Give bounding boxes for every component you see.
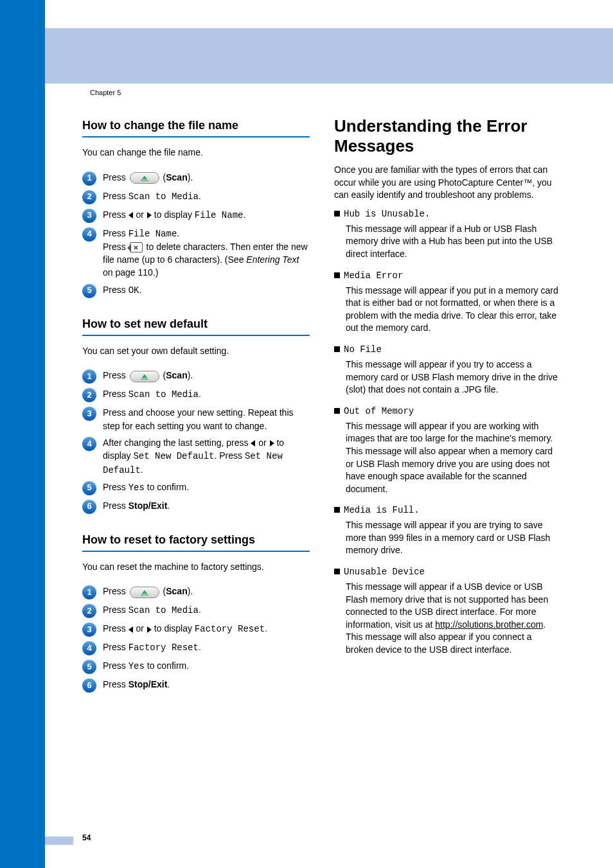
bullet-icon: [334, 408, 340, 414]
error-text: This message will appear if a Hub or USB…: [346, 223, 562, 261]
step: 4 Press File Name. Press to delete chara…: [82, 227, 310, 279]
scan-button-icon: [130, 172, 159, 184]
step-number-icon: 6: [82, 678, 96, 693]
step-text: .: [139, 285, 142, 295]
mono-text: Scan to Media: [129, 191, 199, 202]
step-number-icon: 1: [82, 585, 96, 599]
error-code: Out of Memory: [344, 406, 414, 416]
page-number: 54: [82, 833, 91, 842]
step-text: .: [199, 389, 201, 399]
step: 2 Press Scan to Media.: [82, 190, 310, 204]
step-text: .: [167, 500, 170, 511]
bold-text: Stop/Exit: [129, 679, 168, 689]
step-text: to display: [152, 623, 195, 633]
step-text: .: [199, 605, 201, 615]
step-number-icon: 6: [82, 500, 96, 514]
step-text: Press: [103, 586, 129, 596]
step-number-icon: 4: [82, 641, 96, 655]
step-text: After changing the last setting, press: [103, 438, 251, 448]
step-number-icon: 3: [82, 209, 96, 223]
bullet-icon: [334, 569, 340, 574]
step-text: Press: [103, 191, 129, 201]
error-text: This message will appear if you are work…: [346, 420, 562, 496]
step: 5 Press Yes to confirm.: [82, 659, 310, 674]
step-text: Press: [103, 482, 129, 492]
step-text: Press: [103, 172, 129, 182]
step-number-icon: 2: [82, 604, 96, 618]
step-text: . Press: [215, 450, 245, 461]
paren-close: ).: [188, 370, 193, 380]
page: Chapter 5 How to change the file name Yo…: [0, 0, 613, 868]
step-number-icon: 4: [82, 437, 96, 451]
step-text: Press: [103, 605, 129, 615]
right-arrow-icon: [147, 212, 152, 218]
bullet-icon: [334, 346, 340, 352]
bold-text: Stop/Exit: [129, 500, 168, 511]
step-text: or: [134, 209, 147, 220]
step-text: or: [256, 438, 269, 448]
step-text: Press: [103, 642, 129, 652]
step-number-icon: 5: [82, 660, 96, 674]
error-item: Media Error This message will appear if …: [334, 270, 562, 335]
step-text: to display: [152, 209, 195, 220]
error-item: Hub is Unusable. This message will appea…: [334, 208, 562, 261]
page-title: Understanding the Error Messages: [334, 116, 562, 156]
step-text: Press: [103, 370, 129, 380]
mono-text: Scan to Media: [129, 389, 199, 400]
step: 5 Press Yes to confirm.: [82, 481, 310, 495]
step-number-icon: 5: [82, 481, 96, 495]
italic-text: Entering Text: [246, 254, 299, 265]
mono-text: Factory Reset: [129, 642, 199, 653]
left-arrow-icon: [129, 212, 133, 218]
section-intro: You can set your own default setting.: [82, 345, 310, 358]
step: 5 Press OK.: [82, 283, 310, 298]
scan-button-icon: [130, 587, 159, 598]
step: 1 Press (Scan).: [82, 171, 310, 186]
step-number-icon: 5: [82, 284, 96, 298]
mono-text: File Name: [129, 229, 177, 239]
section-title: How to reset to factory settings: [82, 533, 310, 552]
bullet-icon: [334, 272, 340, 278]
left-column: How to change the file name You can chan…: [82, 100, 310, 696]
step: 6 Press Stop/Exit.: [82, 678, 310, 693]
step-text: .: [199, 642, 201, 652]
step-text: Press: [103, 389, 129, 399]
paren-close: ).: [188, 172, 193, 182]
right-arrow-icon: [270, 440, 274, 447]
step-text: Press: [103, 500, 129, 511]
step-text: to confirm.: [145, 482, 189, 492]
step-text: .: [243, 209, 245, 220]
step-text: on page 110.): [103, 267, 158, 278]
step-text: to confirm.: [145, 660, 189, 671]
step-text: .: [265, 623, 267, 633]
error-item: Out of Memory This message will appear i…: [334, 405, 562, 496]
error-text: This message will appear if you are tryi…: [346, 519, 562, 557]
error-code: No File: [344, 344, 382, 355]
step: 3 Press or to display Factory Reset.: [82, 622, 310, 637]
step-number-icon: 3: [82, 407, 96, 421]
error-link[interactable]: http://solutions.brother.com: [435, 619, 543, 630]
scan-label: Scan: [166, 172, 187, 182]
right-arrow-icon: [147, 626, 152, 633]
step-text: Press: [103, 679, 129, 689]
error-code: Unusable Device: [344, 567, 425, 577]
step-text: Press: [103, 242, 129, 252]
paren-close: ).: [188, 586, 193, 596]
mono-text: File Name: [195, 210, 244, 220]
step: 3 Press and choose your new setting. Rep…: [82, 406, 310, 432]
step: 4 After changing the last setting, press…: [82, 436, 310, 477]
step: 2 Press Scan to Media.: [82, 387, 310, 402]
backspace-icon: [130, 242, 143, 252]
mono-text: Scan to Media: [129, 605, 199, 616]
step-number-icon: 1: [82, 172, 96, 186]
error-list: Hub is Unusable. This message will appea…: [334, 208, 562, 657]
mono-text: OK: [129, 285, 139, 296]
step-number-icon: 3: [82, 623, 96, 637]
error-item: No File This message will appear if you …: [334, 344, 562, 396]
mono-text: Yes: [129, 661, 145, 671]
error-text: This message will appear if a USB device…: [346, 581, 562, 657]
left-arrow-icon: [251, 440, 255, 447]
bullet-icon: [334, 507, 340, 513]
left-arrow-icon: [129, 626, 133, 633]
step-text: .: [177, 228, 179, 238]
